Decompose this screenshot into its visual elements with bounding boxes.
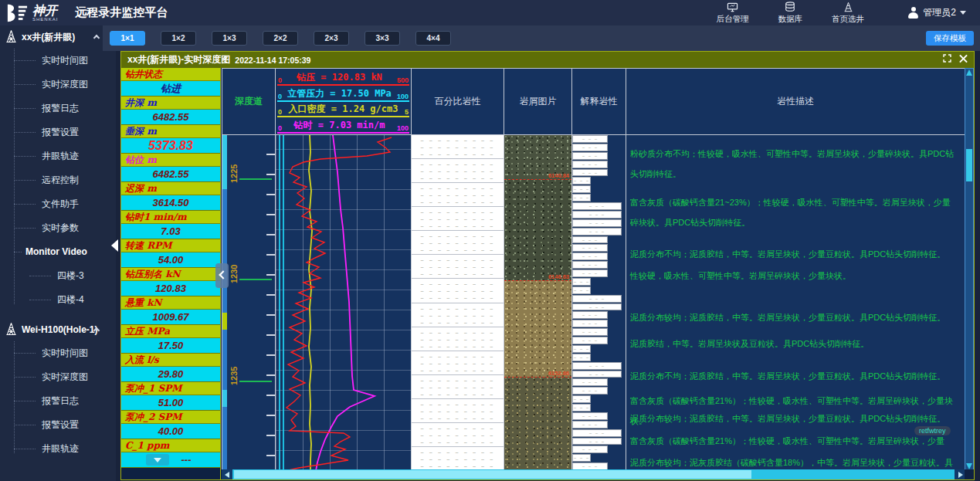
- vertical-scroll-thumb[interactable]: [966, 149, 972, 181]
- depth-marker-line: [239, 381, 272, 382]
- param-value-井深 m: 6482.55: [121, 110, 220, 125]
- param-dropdown-button[interactable]: [146, 454, 169, 466]
- expand-icon[interactable]: [943, 54, 951, 63]
- vertical-scrollbar[interactable]: [965, 68, 974, 471]
- depth-minor-ticks: [266, 135, 275, 471]
- layout-button-1×1[interactable]: 1×1: [110, 31, 145, 46]
- photo-depth-line: 6152.66: [504, 377, 571, 378]
- well-group-Wei-H100(Hole-1)[interactable]: Wei-H100(Hole-1): [0, 318, 116, 341]
- monitor-icon: [727, 2, 738, 15]
- well-group-xx井(新井眼)[interactable]: xx井(新井眼): [0, 25, 116, 49]
- lithology-pattern-row: – – – – – – – – –– – – – – – – – –– – – …: [412, 255, 504, 279]
- horizontal-scrollbar[interactable]: [222, 469, 965, 479]
- app-root: 神开 SHENKAI 远程录井监控平台 后台管理数据库首页选井 管理员2 xx井…: [0, 0, 980, 481]
- lithology-description-column: retfwtrey 粉砂质分布不均；性较硬，吸水性、可塑性中等。岩屑呈块状，少量…: [626, 135, 965, 471]
- sidebar-item-实时深度图[interactable]: 实时深度图: [0, 365, 116, 389]
- header-nav: 后台管理数据库首页选井: [717, 0, 865, 25]
- interp-lithology-block: – – –: [572, 194, 591, 202]
- layout-button-2×3[interactable]: 2×3: [314, 31, 349, 46]
- sidebar-group-monitor-video[interactable]: Monitor Video: [0, 240, 116, 264]
- layout-button-2×2[interactable]: 2×2: [263, 31, 298, 46]
- param-label-钻时1 min/m: 钻时1 min/m: [121, 211, 220, 224]
- sidebar-item-井眼轨迹[interactable]: 井眼轨迹: [0, 144, 116, 168]
- interp-lithology-block: – – –: [572, 177, 591, 185]
- well-tree-sidebar: xx井(新井眼)实时时间图实时深度图报警日志报警设置井眼轨迹远程控制文件助手实时…: [0, 25, 116, 481]
- scroll-left-arrow-icon[interactable]: [222, 469, 232, 479]
- activity-strip: [222, 135, 227, 471]
- interp-lithology-block: – – –: [572, 278, 591, 286]
- panel-collapse-handle[interactable]: [215, 263, 229, 288]
- logo-text: 神开 SHENKAI: [32, 5, 58, 22]
- layout-button-1×3[interactable]: 1×3: [212, 31, 247, 46]
- logo-glyph-icon: [6, 3, 28, 23]
- lithology-description: 泥质分布较均；泥质胶结，中等。岩屑呈块状，少量豆粒状。具PDC钻头切削特征。: [630, 307, 958, 327]
- legend-row-立管压力: 0立管压力 = 17.50 MPa100: [277, 86, 409, 102]
- param-label-迟深 m: 迟深 m: [121, 182, 220, 195]
- lithology-description: 泥质分布不均；泥质胶结，中等。岩屑呈块状，少量豆粒状。具PDC钻头切削特征。: [630, 366, 958, 386]
- cuttings-photo-column: 6140.846146.636152.66: [504, 135, 572, 471]
- sidebar-collapse-arrow[interactable]: [111, 239, 118, 252]
- derrick-icon: [843, 2, 853, 15]
- param-label-钻位 m: 钻位 m: [121, 154, 220, 167]
- depth-label-1235: 1235: [229, 374, 239, 385]
- nav-label: 首页选井: [832, 15, 864, 24]
- interp-lithology-block: – – –: [572, 228, 622, 235]
- nav-home-wells[interactable]: 首页选井: [832, 2, 864, 23]
- sidebar-item-井眼轨迹[interactable]: 井眼轨迹: [0, 437, 116, 461]
- interp-lithology-block: – – –: [572, 454, 591, 462]
- sidebar-item-实时时间图[interactable]: 实时时间图: [0, 49, 116, 73]
- interp-lithology-block: – – –: [572, 421, 608, 428]
- scroll-up-arrow-icon[interactable]: [966, 69, 972, 76]
- param-label-泵冲_2 SPM: 泵冲_2 SPM: [121, 411, 220, 424]
- column-header-lithology-percent: 百分比岩性: [412, 68, 504, 135]
- depth-label-1225: 1225: [229, 172, 239, 183]
- photo-depth-line: 6140.84: [504, 179, 571, 180]
- legend-row-钻时: 0钻时 = 7.03 min/m100: [277, 117, 409, 134]
- sidebar-item-远程控制[interactable]: 远程控制: [0, 168, 116, 192]
- scroll-down-arrow-icon[interactable]: [966, 463, 972, 469]
- sidebar-item-实时深度图[interactable]: 实时深度图: [0, 73, 116, 97]
- scroll-right-arrow-icon[interactable]: [955, 469, 965, 479]
- layout-toolbar: 1×11×21×32×22×33×34×4 保存模板: [103, 25, 980, 51]
- param-label-钻压别名 kN: 钻压别名 kN: [121, 268, 220, 281]
- nav-database[interactable]: 数据库: [778, 2, 803, 23]
- sidebar-item-报警设置[interactable]: 报警设置: [0, 120, 116, 144]
- interp-lithology-block: – – –: [572, 404, 591, 412]
- photo-depth-label: 6140.84: [548, 172, 569, 179]
- lithology-pattern-row: – – – – – – – – –– – – – – – – – –– – – …: [412, 447, 504, 471]
- save-template-button[interactable]: 保存模板: [926, 31, 974, 46]
- depth-marker-line: [239, 279, 272, 280]
- param-value-悬重 kN: 1009.67: [121, 310, 220, 325]
- database-icon: [785, 2, 795, 15]
- user-menu[interactable]: 管理员2: [907, 0, 966, 25]
- interpreted-lithology-column: – – –– – –– – –– – –– – –– – –– – –– – –…: [572, 135, 626, 471]
- well-name: Wei-H100(Hole-1): [22, 324, 97, 335]
- lithology-pattern-row: – – – – – – – – –– – – – – – – – –– – – …: [412, 351, 504, 375]
- horizontal-scroll-thumb[interactable]: [234, 470, 751, 479]
- sidebar-item-文件助手[interactable]: 文件助手: [0, 192, 116, 216]
- nav-admin[interactable]: 后台管理: [717, 2, 749, 23]
- chart-header-row: 深度道 0钻压 = 120.83 kN5000立管压力 = 17.50 MPa1…: [222, 68, 965, 135]
- sidebar-item-报警日志[interactable]: 报警日志: [0, 389, 116, 413]
- logo-sub: SHENKAI: [32, 17, 58, 22]
- param-value-钻位 m: 6482.55: [121, 167, 220, 182]
- interp-lithology-block: – – –: [572, 362, 622, 370]
- sidebar-item-四楼-3[interactable]: 四楼-3: [0, 264, 116, 288]
- derrick-icon: [5, 322, 17, 338]
- layout-button-3×3[interactable]: 3×3: [365, 31, 400, 46]
- legend-row-入口密度: 0入口密度 = 1.24 g/cm35: [277, 102, 409, 118]
- layout-button-1×2[interactable]: 1×2: [161, 31, 196, 46]
- interp-lithology-block: – – –: [572, 144, 608, 151]
- lithology-description: 性较硬，吸水性、可塑性中等。岩屑呈碎块状，少量块状。: [630, 266, 958, 286]
- close-icon[interactable]: [959, 54, 968, 63]
- sidebar-item-实时时间图[interactable]: 实时时间图: [0, 341, 116, 365]
- well-window: xx井(新井眼)-实时深度图 2022-11-14 17:05:39 钻井状态钻…: [120, 51, 975, 480]
- sidebar-item-四楼-4[interactable]: 四楼-4: [0, 288, 116, 312]
- sidebar-item-报警日志[interactable]: 报警日志: [0, 97, 116, 120]
- param-label-悬重 kN: 悬重 kN: [121, 296, 220, 310]
- layout-button-4×4[interactable]: 4×4: [415, 31, 451, 46]
- param-value-入流 l/s: 29.80: [121, 367, 220, 382]
- param-label-C_1 ppm: C_1 ppm: [121, 439, 220, 452]
- sidebar-item-报警设置[interactable]: 报警设置: [0, 413, 116, 437]
- sidebar-item-实时参数[interactable]: 实时参数: [0, 216, 116, 240]
